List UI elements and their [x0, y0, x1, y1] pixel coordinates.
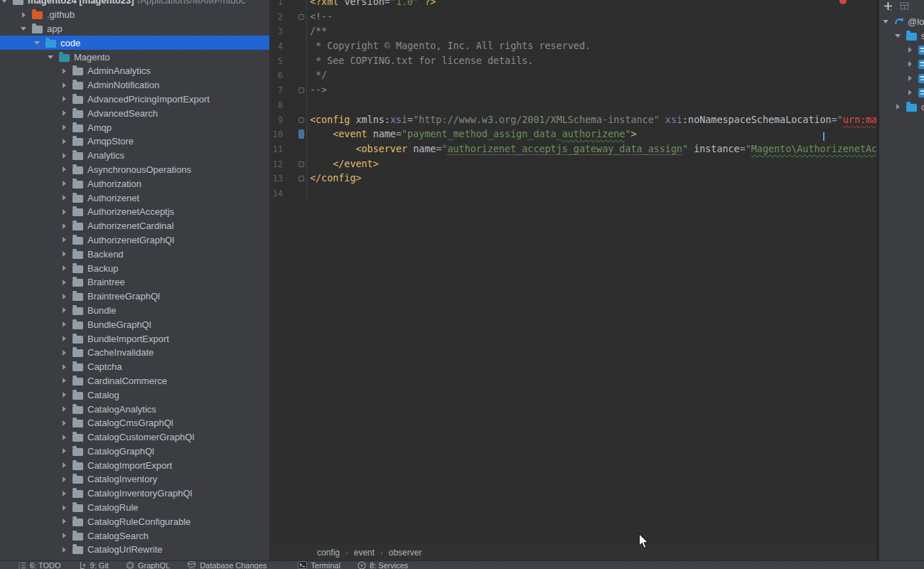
gutter-fold-zone[interactable] — [284, 127, 307, 142]
right-panel-item-hidden-5[interactable] — [879, 85, 924, 100]
line-number[interactable]: 3 — [270, 24, 284, 39]
tree-item-CatalogInventory[interactable]: CatalogInventory — [0, 472, 269, 486]
right-panel-item-hidden-4[interactable] — [879, 71, 924, 85]
chevron-right-icon[interactable] — [19, 11, 28, 19]
tree-item-Amqp[interactable]: Amqp — [0, 120, 269, 134]
chevron-right-icon[interactable] — [60, 405, 68, 413]
tree-item-Analytics[interactable]: Analytics — [0, 149, 269, 163]
chevron-right-icon[interactable] — [60, 461, 68, 469]
chevron-right-icon[interactable] — [60, 193, 68, 202]
editor-line-10[interactable]: 10 <event name="payment_method_assign_da… — [270, 127, 876, 142]
right-panel-item-@lo[interactable]: @lo — [879, 14, 924, 28]
chevron-right-icon[interactable] — [906, 88, 914, 97]
tree-item-BundleImportExport[interactable]: BundleImportExport — [0, 331, 269, 346]
gutter-fold-zone[interactable] — [284, 98, 307, 113]
statusbar-item-services[interactable]: 8: Services — [358, 561, 408, 569]
chevron-down-icon[interactable] — [19, 24, 28, 33]
chevron-right-icon[interactable] — [60, 292, 68, 301]
add-icon[interactable] — [883, 1, 893, 14]
chevron-down-icon[interactable] — [893, 31, 902, 40]
editor-line-8[interactable]: 8 — [270, 98, 876, 113]
line-number[interactable]: 4 — [270, 39, 284, 54]
editor-line-3[interactable]: 3/** — [270, 24, 876, 39]
tree-item-Catalog[interactable]: Catalog — [0, 388, 269, 402]
chevron-right-icon[interactable] — [60, 320, 68, 329]
gutter-fold-zone[interactable] — [284, 83, 307, 98]
gutter-fold-zone[interactable] — [284, 54, 307, 69]
line-number[interactable]: 7 — [270, 83, 284, 98]
statusbar-item-terminal[interactable]: Terminal — [298, 561, 340, 569]
tree-item-root[interactable]: magento24 [magento23] /Applications/MAMP… — [0, 0, 269, 8]
chevron-right-icon[interactable] — [60, 179, 68, 188]
chevron-right-icon[interactable] — [60, 489, 68, 498]
line-number[interactable]: 5 — [270, 54, 284, 69]
tree-item-AuthorizenetAcceptjs[interactable]: AuthorizenetAcceptjs — [0, 205, 269, 219]
fold-marker-icon[interactable] — [299, 14, 304, 20]
gutter-fold-zone[interactable] — [284, 186, 307, 201]
editor-line-14[interactable]: 14 — [270, 186, 876, 201]
tree-item-Captcha[interactable]: Captcha — [0, 360, 269, 374]
tree-item-AuthorizenetCardinal[interactable]: AuthorizenetCardinal — [0, 219, 269, 233]
gutter-fold-zone[interactable] — [284, 10, 307, 25]
chevron-right-icon[interactable] — [60, 419, 68, 427]
chevron-down-icon[interactable] — [0, 0, 9, 5]
fold-marker-icon[interactable] — [299, 129, 304, 139]
tree-item-BundleGraphQl[interactable]: BundleGraphQl — [0, 317, 269, 331]
gutter-fold-zone[interactable] — [284, 113, 307, 128]
tree-item-AuthorizenetGraphQl[interactable]: AuthorizenetGraphQl — [0, 233, 269, 248]
tree-item-CatalogCustomerGraphQl[interactable]: CatalogCustomerGraphQl — [0, 430, 269, 445]
editor-line-4[interactable]: 4 * Copyright © Magento, Inc. All rights… — [270, 39, 876, 54]
editor-line-13[interactable]: 13</config> — [270, 171, 876, 186]
statusbar-item-graphql[interactable]: GraphQL — [126, 561, 170, 569]
tree-item-AdminNotification[interactable]: AdminNotification — [0, 78, 269, 92]
tree-item-CatalogImportExport[interactable]: CatalogImportExport — [0, 458, 269, 472]
fold-marker-icon[interactable] — [299, 87, 304, 93]
chevron-right-icon[interactable] — [906, 46, 914, 54]
tree-item-.github[interactable]: .github — [0, 8, 269, 22]
chevron-right-icon[interactable] — [60, 517, 68, 526]
editor-line-7[interactable]: 7--> — [270, 83, 876, 98]
tree-item-CacheInvalidate[interactable]: CacheInvalidate — [0, 346, 269, 360]
chevron-right-icon[interactable] — [60, 250, 68, 258]
tree-item-CatalogRule[interactable]: CatalogRule — [0, 501, 269, 515]
chevron-right-icon[interactable] — [60, 278, 68, 287]
tree-item-AdvancedPricingImportExport[interactable]: AdvancedPricingImportExport — [0, 92, 269, 107]
gutter-fold-zone[interactable] — [284, 39, 307, 54]
line-number[interactable]: 11 — [270, 142, 284, 157]
chevron-right-icon[interactable] — [60, 504, 68, 512]
tree-item-Braintree[interactable]: Braintree — [0, 275, 269, 289]
chevron-right-icon[interactable] — [60, 264, 68, 272]
tree-item-CatalogSearch[interactable]: CatalogSearch — [0, 528, 269, 543]
chevron-right-icon[interactable] — [60, 137, 68, 146]
editor-line-1[interactable]: 1<?xml version="1.0" ?> — [270, 0, 876, 10]
tree-item-CatalogRuleConfigurable[interactable]: CatalogRuleConfigurable — [0, 514, 269, 528]
tree-item-CardinalCommerce[interactable]: CardinalCommerce — [0, 374, 269, 388]
chevron-right-icon[interactable] — [60, 475, 68, 484]
chevron-right-icon[interactable] — [60, 165, 68, 174]
gutter-fold-zone[interactable] — [284, 171, 307, 186]
statusbar-item-git[interactable]: 9: Git — [78, 561, 109, 569]
chevron-down-icon[interactable] — [46, 53, 55, 61]
chevron-right-icon[interactable] — [60, 376, 68, 385]
tree-item-code[interactable]: code — [0, 36, 269, 50]
line-number[interactable]: 13 — [270, 171, 284, 186]
fold-marker-icon[interactable] — [299, 161, 304, 167]
chevron-right-icon[interactable] — [60, 306, 68, 314]
tree-item-CatalogGraphQl[interactable]: CatalogGraphQl — [0, 445, 269, 459]
line-number[interactable]: 8 — [270, 98, 284, 113]
tree-item-Authorization[interactable]: Authorization — [0, 176, 269, 191]
tree-item-AmqpStore[interactable]: AmqpStore — [0, 134, 269, 149]
chevron-right-icon[interactable] — [893, 102, 902, 111]
chevron-right-icon[interactable] — [60, 546, 68, 554]
line-number[interactable]: 1 — [270, 0, 284, 10]
chevron-right-icon[interactable] — [60, 447, 68, 455]
line-number[interactable]: 6 — [270, 68, 284, 83]
fold-marker-icon[interactable] — [299, 176, 304, 181]
tree-item-Magento[interactable]: Magento — [0, 50, 269, 64]
gutter-fold-zone[interactable] — [284, 142, 307, 157]
chevron-right-icon[interactable] — [60, 109, 68, 117]
gutter-fold-zone[interactable] — [284, 24, 307, 39]
chevron-right-icon[interactable] — [906, 74, 914, 83]
right-panel-item-s[interactable]: s — [879, 28, 924, 43]
chevron-right-icon[interactable] — [60, 123, 68, 132]
